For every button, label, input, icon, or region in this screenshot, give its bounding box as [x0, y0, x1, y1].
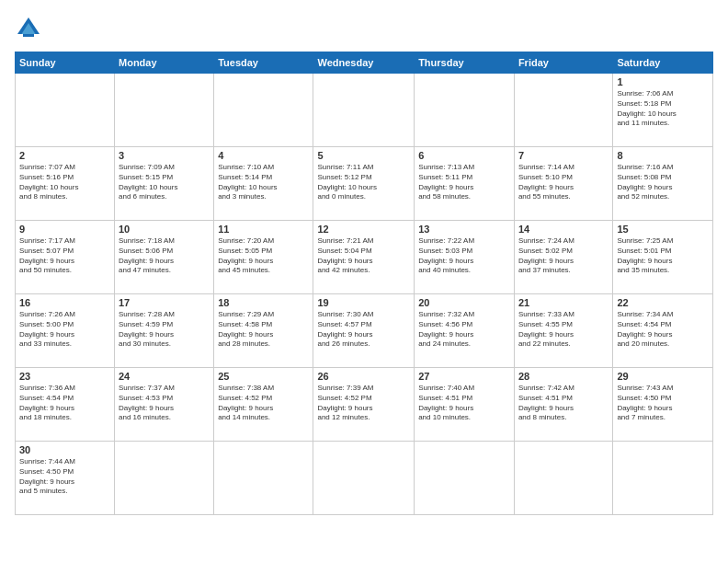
day-number-18: 18 — [218, 297, 309, 308]
day-number-28: 28 — [518, 371, 609, 382]
weekday-header-tuesday: Tuesday — [214, 52, 313, 74]
day-number-4: 4 — [218, 150, 309, 161]
day-cell-3: 3Sunrise: 7:09 AM Sunset: 5:15 PM Daylig… — [115, 147, 214, 221]
day-number-1: 1 — [617, 76, 709, 87]
day-info-10: Sunrise: 7:18 AM Sunset: 5:06 PM Dayligh… — [119, 236, 210, 276]
day-info-24: Sunrise: 7:37 AM Sunset: 4:53 PM Dayligh… — [119, 384, 210, 423]
day-number-7: 7 — [518, 150, 609, 161]
day-cell-17: 17Sunrise: 7:28 AM Sunset: 4:59 PM Dayli… — [115, 294, 214, 368]
day-info-15: Sunrise: 7:25 AM Sunset: 5:01 PM Dayligh… — [617, 236, 709, 276]
day-info-8: Sunrise: 7:16 AM Sunset: 5:08 PM Dayligh… — [617, 163, 709, 202]
day-number-12: 12 — [317, 224, 410, 235]
day-number-13: 13 — [418, 224, 510, 235]
weekday-header-sunday: Sunday — [16, 52, 115, 74]
day-number-14: 14 — [518, 224, 609, 235]
day-info-14: Sunrise: 7:24 AM Sunset: 5:02 PM Dayligh… — [518, 236, 609, 276]
empty-cell — [613, 442, 713, 515]
weekday-header-row: SundayMondayTuesdayWednesdayThursdayFrid… — [16, 52, 713, 74]
day-cell-12: 12Sunrise: 7:21 AM Sunset: 5:04 PM Dayli… — [313, 221, 415, 294]
day-cell-21: 21Sunrise: 7:33 AM Sunset: 4:55 PM Dayli… — [514, 294, 612, 368]
day-cell-27: 27Sunrise: 7:40 AM Sunset: 4:51 PM Dayli… — [415, 368, 515, 442]
day-number-11: 11 — [218, 224, 309, 235]
day-cell-14: 14Sunrise: 7:24 AM Sunset: 5:02 PM Dayli… — [514, 221, 612, 294]
day-info-30: Sunrise: 7:44 AM Sunset: 4:50 PM Dayligh… — [19, 457, 110, 497]
day-cell-9: 9Sunrise: 7:17 AM Sunset: 5:07 PM Daylig… — [16, 221, 115, 294]
day-number-8: 8 — [617, 150, 709, 161]
day-number-2: 2 — [19, 150, 110, 161]
empty-cell — [16, 74, 115, 147]
day-number-5: 5 — [317, 150, 410, 161]
day-number-21: 21 — [518, 297, 609, 308]
calendar-table: SundayMondayTuesdayWednesdayThursdayFrid… — [15, 52, 713, 515]
day-info-29: Sunrise: 7:43 AM Sunset: 4:50 PM Dayligh… — [617, 384, 709, 423]
empty-cell — [214, 442, 313, 515]
day-cell-20: 20Sunrise: 7:32 AM Sunset: 4:56 PM Dayli… — [415, 294, 515, 368]
day-cell-23: 23Sunrise: 7:36 AM Sunset: 4:54 PM Dayli… — [16, 368, 115, 442]
day-cell-16: 16Sunrise: 7:26 AM Sunset: 5:00 PM Dayli… — [16, 294, 115, 368]
day-cell-13: 13Sunrise: 7:22 AM Sunset: 5:03 PM Dayli… — [415, 221, 515, 294]
day-number-9: 9 — [19, 224, 110, 235]
week-row-4: 16Sunrise: 7:26 AM Sunset: 5:00 PM Dayli… — [16, 294, 713, 368]
day-cell-30: 30Sunrise: 7:44 AM Sunset: 4:50 PM Dayli… — [16, 442, 115, 515]
empty-cell — [514, 74, 612, 147]
day-info-2: Sunrise: 7:07 AM Sunset: 5:16 PM Dayligh… — [19, 163, 110, 202]
day-info-5: Sunrise: 7:11 AM Sunset: 5:12 PM Dayligh… — [317, 163, 410, 202]
day-info-27: Sunrise: 7:40 AM Sunset: 4:51 PM Dayligh… — [418, 384, 510, 423]
day-number-25: 25 — [218, 371, 309, 382]
day-info-23: Sunrise: 7:36 AM Sunset: 4:54 PM Dayligh… — [19, 384, 110, 423]
day-info-20: Sunrise: 7:32 AM Sunset: 4:56 PM Dayligh… — [418, 310, 510, 350]
day-cell-28: 28Sunrise: 7:42 AM Sunset: 4:51 PM Dayli… — [514, 368, 612, 442]
day-cell-24: 24Sunrise: 7:37 AM Sunset: 4:53 PM Dayli… — [115, 368, 214, 442]
day-number-17: 17 — [119, 297, 210, 308]
day-number-26: 26 — [317, 371, 410, 382]
weekday-header-saturday: Saturday — [613, 52, 713, 74]
day-cell-19: 19Sunrise: 7:30 AM Sunset: 4:57 PM Dayli… — [313, 294, 415, 368]
empty-cell — [115, 74, 214, 147]
day-cell-25: 25Sunrise: 7:38 AM Sunset: 4:52 PM Dayli… — [214, 368, 313, 442]
empty-cell — [514, 442, 612, 515]
day-info-26: Sunrise: 7:39 AM Sunset: 4:52 PM Dayligh… — [317, 384, 410, 423]
empty-cell — [313, 442, 415, 515]
day-number-27: 27 — [418, 371, 510, 382]
day-number-23: 23 — [19, 371, 110, 382]
week-row-6: 30Sunrise: 7:44 AM Sunset: 4:50 PM Dayli… — [16, 442, 713, 515]
empty-cell — [214, 74, 313, 147]
day-cell-4: 4Sunrise: 7:10 AM Sunset: 5:14 PM Daylig… — [214, 147, 313, 221]
day-number-16: 16 — [19, 297, 110, 308]
day-info-12: Sunrise: 7:21 AM Sunset: 5:04 PM Dayligh… — [317, 236, 410, 276]
svg-rect-2 — [23, 34, 34, 37]
day-cell-26: 26Sunrise: 7:39 AM Sunset: 4:52 PM Dayli… — [313, 368, 415, 442]
day-info-18: Sunrise: 7:29 AM Sunset: 4:58 PM Dayligh… — [218, 310, 309, 350]
header — [15, 15, 713, 42]
day-number-6: 6 — [418, 150, 510, 161]
day-info-25: Sunrise: 7:38 AM Sunset: 4:52 PM Dayligh… — [218, 384, 309, 423]
day-number-19: 19 — [317, 297, 410, 308]
empty-cell — [313, 74, 415, 147]
day-number-30: 30 — [19, 444, 110, 455]
weekday-header-friday: Friday — [514, 52, 612, 74]
day-info-1: Sunrise: 7:06 AM Sunset: 5:18 PM Dayligh… — [617, 89, 709, 129]
day-number-3: 3 — [119, 150, 210, 161]
empty-cell — [415, 442, 515, 515]
day-info-7: Sunrise: 7:14 AM Sunset: 5:10 PM Dayligh… — [518, 163, 609, 202]
day-cell-22: 22Sunrise: 7:34 AM Sunset: 4:54 PM Dayli… — [613, 294, 713, 368]
day-info-19: Sunrise: 7:30 AM Sunset: 4:57 PM Dayligh… — [317, 310, 410, 350]
page: SundayMondayTuesdayWednesdayThursdayFrid… — [0, 0, 728, 563]
logo-icon — [15, 15, 42, 42]
weekday-header-monday: Monday — [115, 52, 214, 74]
day-number-29: 29 — [617, 371, 709, 382]
empty-cell — [415, 74, 515, 147]
day-info-6: Sunrise: 7:13 AM Sunset: 5:11 PM Dayligh… — [418, 163, 510, 202]
day-info-11: Sunrise: 7:20 AM Sunset: 5:05 PM Dayligh… — [218, 236, 309, 276]
day-info-9: Sunrise: 7:17 AM Sunset: 5:07 PM Dayligh… — [19, 236, 110, 276]
day-cell-5: 5Sunrise: 7:11 AM Sunset: 5:12 PM Daylig… — [313, 147, 415, 221]
day-cell-1: 1Sunrise: 7:06 AM Sunset: 5:18 PM Daylig… — [613, 74, 713, 147]
week-row-1: 1Sunrise: 7:06 AM Sunset: 5:18 PM Daylig… — [16, 74, 713, 147]
day-info-22: Sunrise: 7:34 AM Sunset: 4:54 PM Dayligh… — [617, 310, 709, 350]
empty-cell — [115, 442, 214, 515]
day-cell-2: 2Sunrise: 7:07 AM Sunset: 5:16 PM Daylig… — [16, 147, 115, 221]
day-number-24: 24 — [119, 371, 210, 382]
day-info-4: Sunrise: 7:10 AM Sunset: 5:14 PM Dayligh… — [218, 163, 309, 202]
day-number-22: 22 — [617, 297, 709, 308]
day-cell-7: 7Sunrise: 7:14 AM Sunset: 5:10 PM Daylig… — [514, 147, 612, 221]
